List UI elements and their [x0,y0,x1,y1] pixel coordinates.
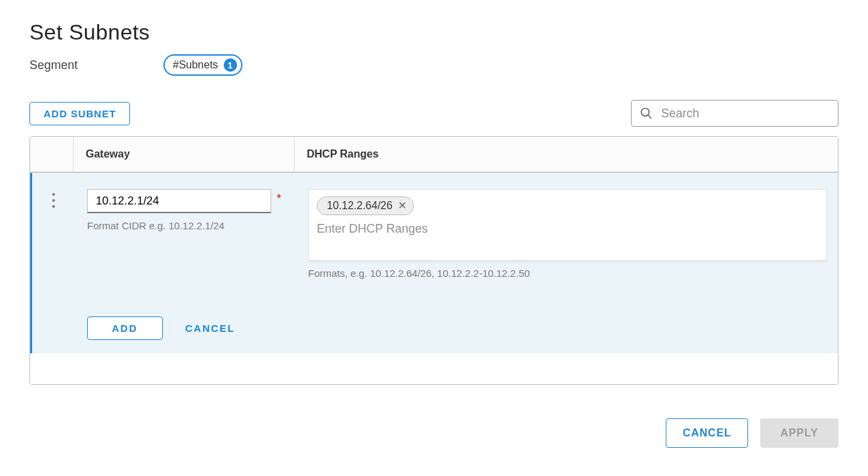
subnets-pill-label: #Subnets [173,59,218,71]
dhcp-range-chip: 10.12.2.64/26 ✕ [317,196,414,215]
search-input[interactable] [660,106,830,121]
page-title: Set Subnets [29,20,839,45]
remove-chip-icon[interactable]: ✕ [398,200,407,211]
kebab-icon [52,193,55,208]
toolbar: ADD SUBNET [29,100,839,127]
table-row: * Format CIDR e.g. 10.12.2.1/24 10.12.2.… [29,173,838,353]
subnets-table: Gateway DHCP Ranges * Format CIDR e.g. 1… [29,136,839,385]
segment-label: Segment [29,58,163,72]
table-header-dhcp: DHCP Ranges [294,137,838,172]
search-field[interactable] [631,100,839,127]
svg-point-0 [642,109,650,117]
table-header-gateway: Gateway [73,137,294,172]
dialog-content: Set Subnets Segment #Subnets 1 ADD SUBNE… [0,0,868,398]
table-header: Gateway DHCP Ranges [30,137,838,173]
dhcp-range-chip-label: 10.12.2.64/26 [327,200,392,212]
required-indicator: * [277,192,281,206]
segment-row: Segment #Subnets 1 [29,54,839,76]
dhcp-ranges-input[interactable] [317,219,818,255]
apply-button[interactable]: APPLY [760,418,839,448]
subnets-count-badge: 1 [224,58,237,72]
row-actions-handle[interactable] [32,189,75,279]
table-header-handle [30,137,73,172]
gateway-hint: Format CIDR e.g. 10.12.2.1/24 [87,220,284,231]
dhcp-ranges-box[interactable]: 10.12.2.64/26 ✕ [308,189,827,261]
gateway-cell: * Format CIDR e.g. 10.12.2.1/24 [75,189,296,279]
cancel-button[interactable]: CANCEL [666,418,748,448]
dialog-footer: CANCEL APPLY [0,398,868,448]
subnets-pill[interactable]: #Subnets 1 [163,54,242,76]
row-cancel-button[interactable]: CANCEL [183,317,238,339]
add-subnet-button[interactable]: ADD SUBNET [29,102,130,125]
dhcp-cell: 10.12.2.64/26 ✕ Formats, e.g. 10.12.2.64… [296,189,839,279]
table-footer-spacer [30,353,838,384]
row-add-button[interactable]: ADD [87,316,163,340]
row-action-buttons: ADD CANCEL [75,316,839,340]
set-subnets-dialog: Set Subnets Segment #Subnets 1 ADD SUBNE… [0,0,868,448]
svg-line-1 [648,115,652,119]
gateway-input[interactable] [87,189,271,213]
search-icon [640,107,653,120]
dhcp-hint: Formats, e.g. 10.12.2.64/26, 10.12.2.2-1… [308,267,827,279]
